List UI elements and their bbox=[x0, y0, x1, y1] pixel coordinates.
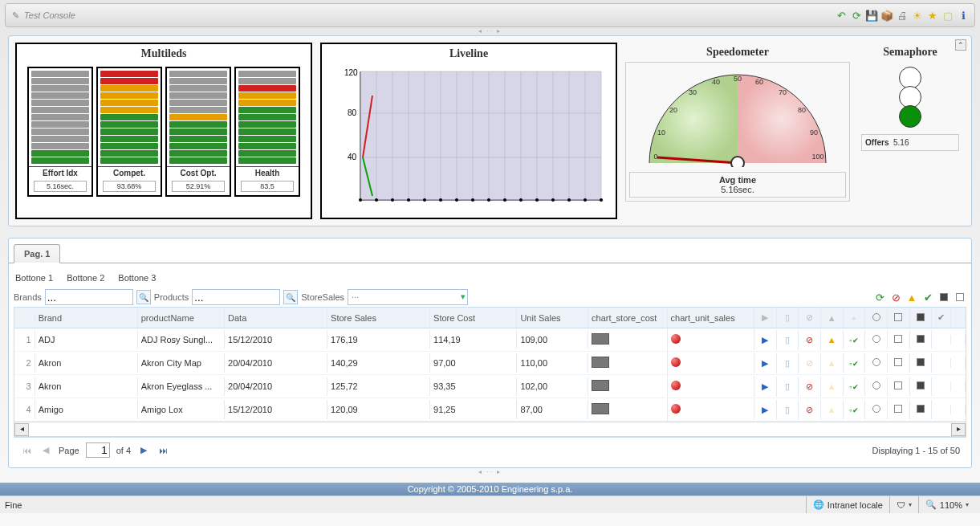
info-icon[interactable]: ℹ bbox=[957, 9, 970, 22]
row-error-icon[interactable]: ⊘ bbox=[799, 377, 821, 397]
row-warn-icon[interactable]: ▲ bbox=[821, 330, 844, 349]
grid-warn-icon[interactable]: ▲ bbox=[905, 291, 918, 304]
sun-icon[interactable]: ☀ bbox=[911, 9, 924, 22]
col-product[interactable]: productName bbox=[138, 308, 225, 328]
table-row[interactable]: 3AkronAkron Eyeglass ...20/04/2010125,72… bbox=[14, 375, 966, 398]
page-first-icon[interactable]: ⏮ bbox=[20, 444, 33, 457]
led-segment bbox=[31, 150, 89, 157]
cell-product: Akron Eyeglass ... bbox=[138, 377, 225, 396]
row-ok-icon[interactable]: ▫✔ bbox=[844, 330, 866, 349]
row-ok-icon[interactable]: ▫✔ bbox=[844, 400, 866, 419]
bottone-2[interactable]: Bottone 2 bbox=[67, 273, 104, 283]
row-checkbox[interactable] bbox=[932, 381, 951, 391]
status-bar: Fine 🌐 Intranet locale 🛡 ▾ 🔍 110% ▾ bbox=[0, 495, 980, 513]
status-protected[interactable]: 🛡 ▾ bbox=[889, 496, 918, 513]
col-store-sales[interactable]: Store Sales bbox=[327, 308, 430, 328]
note-icon[interactable]: ▢ bbox=[941, 9, 954, 22]
row-square-dark-icon[interactable] bbox=[910, 400, 933, 419]
storesales-select[interactable]: ... ▾ bbox=[348, 289, 468, 305]
row-square-dark-icon[interactable] bbox=[910, 377, 933, 396]
page-prev-icon[interactable]: ◀ bbox=[39, 444, 52, 457]
tab-pag1[interactable]: Pag. 1 bbox=[14, 244, 60, 263]
row-circle-icon[interactable] bbox=[865, 330, 888, 349]
grid-dark-icon[interactable] bbox=[937, 291, 950, 304]
svg-text:80: 80 bbox=[348, 108, 357, 117]
splitter-top[interactable]: ◂ ·· ▸ bbox=[0, 27, 980, 35]
status-zone[interactable]: 🌐 Intranet locale bbox=[806, 496, 889, 513]
grid-refresh-icon[interactable]: ⟳ bbox=[873, 291, 886, 304]
products-input[interactable] bbox=[192, 289, 280, 305]
col-brand[interactable]: Brand bbox=[35, 308, 138, 328]
save-icon[interactable]: 💾 bbox=[865, 9, 878, 22]
row-doc-icon[interactable]: ▯ bbox=[777, 377, 799, 397]
led-column: Effort Idx5.16sec. bbox=[27, 67, 93, 197]
scroll-right-icon[interactable]: ▸ bbox=[951, 423, 966, 436]
print-icon[interactable]: 🖨 bbox=[896, 9, 909, 22]
row-square-icon[interactable] bbox=[888, 400, 910, 419]
row-ok-icon[interactable]: ▫✔ bbox=[844, 353, 866, 373]
svg-text:80: 80 bbox=[798, 106, 806, 114]
scroll-left-icon[interactable]: ◂ bbox=[14, 423, 29, 436]
row-error-icon[interactable]: ⊘ bbox=[799, 330, 821, 350]
led-segment bbox=[31, 121, 89, 128]
led-segment bbox=[100, 107, 158, 113]
row-square-dark-icon[interactable] bbox=[910, 330, 933, 349]
row-checkbox[interactable] bbox=[932, 335, 951, 345]
row-error-icon[interactable]: ⊘ bbox=[799, 353, 821, 373]
undo-icon[interactable]: ↶ bbox=[835, 9, 848, 22]
cell-store-cost: 93,35 bbox=[430, 377, 517, 396]
col-unit-sales[interactable]: Unit Sales bbox=[517, 308, 588, 328]
splitter-bottom[interactable]: ◂ ·· ▸ bbox=[0, 468, 980, 476]
row-warn-icon[interactable]: ▲ bbox=[821, 353, 844, 373]
row-warn-icon[interactable]: ▲ bbox=[821, 377, 844, 396]
row-square-icon[interactable] bbox=[888, 353, 910, 373]
page-last-icon[interactable]: ⏭ bbox=[157, 444, 169, 457]
row-play-icon[interactable]: ▶ bbox=[754, 353, 777, 373]
cell-chart-unit-sales bbox=[668, 376, 754, 397]
brands-input[interactable] bbox=[45, 289, 133, 305]
row-warn-icon[interactable]: ▲ bbox=[821, 400, 844, 419]
table-row[interactable]: 4AmigoAmigo Lox15/12/2010120,0991,2587,0… bbox=[14, 398, 966, 422]
box-icon[interactable]: 📦 bbox=[880, 9, 893, 22]
row-checkbox[interactable] bbox=[932, 405, 951, 414]
page-input[interactable] bbox=[86, 442, 110, 458]
brands-lookup-icon[interactable]: 🔍 bbox=[136, 290, 151, 304]
star-icon[interactable]: ★ bbox=[926, 9, 939, 22]
bottone-3[interactable]: Bottone 3 bbox=[118, 273, 156, 283]
page-next-icon[interactable]: ▶ bbox=[137, 444, 150, 457]
row-square-icon[interactable] bbox=[888, 377, 910, 396]
row-error-icon[interactable]: ⊘ bbox=[799, 400, 821, 420]
grid-delete-icon[interactable]: ⊘ bbox=[889, 291, 902, 304]
led-segment bbox=[100, 114, 158, 120]
bottone-1[interactable]: Bottone 1 bbox=[15, 273, 53, 283]
row-checkbox[interactable] bbox=[932, 358, 951, 368]
led-segment bbox=[169, 128, 227, 135]
grid-light-icon[interactable] bbox=[954, 291, 966, 304]
horizontal-scrollbar[interactable]: ◂ ▸ bbox=[14, 422, 966, 436]
row-play-icon[interactable]: ▶ bbox=[754, 400, 777, 420]
col-data[interactable]: Data bbox=[225, 308, 327, 328]
row-square-dark-icon[interactable] bbox=[910, 353, 933, 373]
svg-text:40: 40 bbox=[348, 153, 357, 161]
row-square-icon[interactable] bbox=[888, 330, 910, 349]
row-play-icon[interactable]: ▶ bbox=[754, 330, 777, 350]
row-circle-icon[interactable] bbox=[865, 353, 888, 373]
products-lookup-icon[interactable]: 🔍 bbox=[283, 290, 298, 304]
table-row[interactable]: 1ADJADJ Rosy Sungl...15/12/2010176,19114… bbox=[14, 328, 966, 352]
row-circle-icon[interactable] bbox=[865, 377, 888, 396]
row-doc-icon[interactable]: ▯ bbox=[777, 400, 799, 420]
col-store-cost[interactable]: Store Cost bbox=[430, 308, 517, 328]
collapse-icon[interactable]: ⌃ bbox=[955, 39, 966, 51]
status-zoom[interactable]: 🔍 110% ▾ bbox=[918, 496, 975, 513]
refresh-icon[interactable]: ⟳ bbox=[850, 9, 863, 22]
row-circle-icon[interactable] bbox=[865, 400, 888, 419]
grid-check-icon[interactable]: ✔ bbox=[921, 291, 934, 304]
row-doc-icon[interactable]: ▯ bbox=[777, 353, 799, 373]
status-zone-label: Intranet locale bbox=[828, 500, 883, 510]
col-chart-unit-sales[interactable]: chart_unit_sales bbox=[668, 308, 754, 328]
row-doc-icon[interactable]: ▯ bbox=[777, 330, 799, 350]
col-chart-store-cost[interactable]: chart_store_cost bbox=[588, 308, 668, 328]
row-ok-icon[interactable]: ▫✔ bbox=[844, 377, 866, 396]
row-play-icon[interactable]: ▶ bbox=[754, 377, 777, 397]
table-row[interactable]: 2AkronAkron City Map20/04/2010140,2997,0… bbox=[14, 352, 966, 375]
